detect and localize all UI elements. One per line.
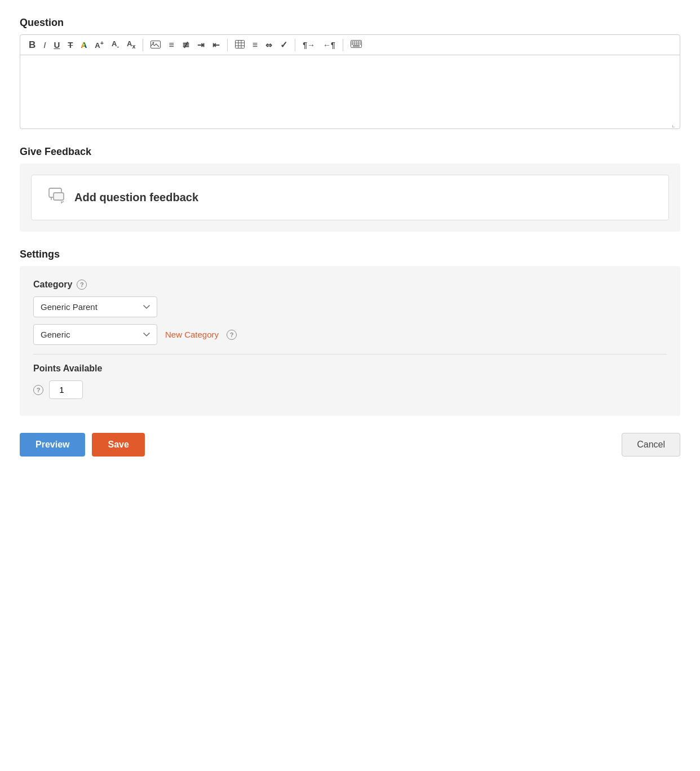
svg-rect-13 [352, 43, 353, 45]
settings-label: Settings [20, 249, 680, 260]
indent-right-button[interactable]: ⇥ [194, 39, 207, 51]
font-size-up-button[interactable]: A+ [92, 38, 107, 51]
svg-rect-2 [235, 41, 244, 48]
editor-toolbar: B I U T A A+ A- Ax [20, 35, 680, 55]
font-color-button[interactable]: A [78, 39, 90, 51]
svg-rect-8 [352, 42, 353, 43]
ordered-list-button[interactable]: ≡ [166, 39, 176, 51]
toolbar-divider-3 [295, 39, 295, 51]
cancel-button[interactable]: Cancel [622, 433, 680, 457]
svg-rect-20 [54, 193, 64, 200]
feedback-label: Give Feedback [20, 146, 680, 158]
footer-buttons: Preview Save Cancel [20, 433, 680, 457]
toolbar-divider-1 [143, 39, 143, 51]
toolbar-divider-2 [227, 39, 228, 51]
feedback-box: Add question feedback [20, 163, 680, 232]
svg-rect-17 [360, 43, 361, 45]
save-button[interactable]: Save [92, 433, 144, 457]
category-text: Category [33, 280, 72, 290]
preview-button[interactable]: Preview [20, 433, 85, 457]
italic-button[interactable]: I [41, 39, 48, 51]
svg-rect-11 [357, 42, 359, 43]
special-char-button[interactable]: ⇔ [263, 39, 275, 51]
unordered-list-button[interactable]: ≢ [179, 39, 192, 51]
align-button[interactable]: ≡ [250, 39, 260, 51]
image-button[interactable] [148, 39, 163, 51]
svg-rect-10 [356, 42, 357, 43]
new-category-help-icon[interactable]: ? [227, 330, 237, 340]
feedback-section: Give Feedback Add question feedback [20, 146, 680, 232]
font-size-down-button[interactable]: A- [109, 38, 122, 51]
svg-rect-9 [353, 42, 355, 43]
points-input[interactable] [49, 380, 83, 399]
parent-category-row: Generic Parent [33, 296, 667, 317]
svg-rect-15 [356, 43, 357, 45]
child-category-select[interactable]: Generic [33, 324, 157, 345]
question-label: Question [20, 17, 680, 29]
parent-category-select[interactable]: Generic Parent [33, 296, 157, 317]
points-label: Points Available [33, 364, 667, 374]
svg-rect-16 [357, 43, 359, 45]
underline-button[interactable]: U [51, 39, 63, 51]
new-category-link[interactable]: New Category [165, 330, 219, 339]
table-button[interactable] [232, 38, 247, 51]
settings-box: Category ? Generic Parent Generic New Ca… [20, 266, 680, 416]
clear-format-button[interactable]: Ax [124, 38, 138, 51]
question-section: Question B I U T A A+ A- Ax [20, 17, 680, 129]
add-feedback-label: Add question feedback [74, 191, 198, 204]
category-label-row: Category ? [33, 280, 667, 290]
feedback-chat-icon [48, 188, 67, 207]
toolbar-divider-4 [343, 39, 343, 51]
question-editor: B I U T A A+ A- Ax [20, 34, 680, 129]
settings-divider [33, 354, 667, 355]
ltr-button[interactable]: ¶→ [300, 39, 318, 51]
svg-point-1 [153, 42, 154, 43]
check-button[interactable]: ✓ [277, 39, 290, 51]
svg-rect-14 [353, 43, 355, 45]
svg-rect-18 [353, 46, 360, 47]
settings-section: Settings Category ? Generic Parent Gener… [20, 249, 680, 416]
points-row: ? [33, 380, 667, 399]
child-category-row: Generic New Category ? [33, 324, 667, 345]
svg-rect-12 [360, 42, 361, 43]
resize-handle: ⌞ [672, 121, 679, 127]
indent-left-button[interactable]: ⇤ [210, 39, 223, 51]
category-help-icon[interactable]: ? [77, 280, 87, 290]
rtl-button[interactable]: ←¶ [320, 39, 338, 51]
strikethrough-button[interactable]: T [65, 39, 76, 51]
bold-button[interactable]: B [26, 38, 38, 51]
add-feedback-button[interactable]: Add question feedback [31, 175, 669, 220]
points-help-icon[interactable]: ? [33, 385, 43, 395]
question-editor-area[interactable]: ⌞ [20, 55, 680, 128]
keyboard-button[interactable] [348, 38, 365, 51]
